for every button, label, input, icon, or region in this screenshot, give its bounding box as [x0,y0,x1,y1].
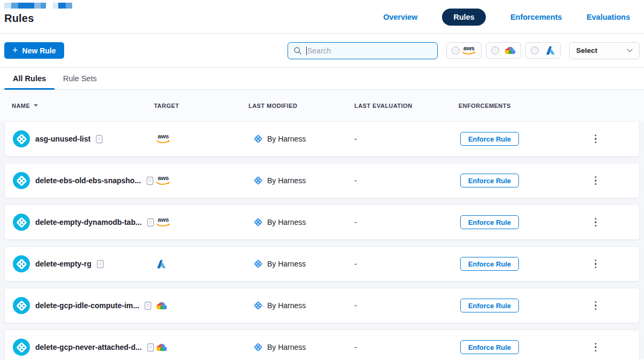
select-value: Select [576,46,598,54]
last-evaluation-text: - [354,218,357,226]
rule-name: asg-unused-list [35,135,90,143]
kebab-menu-icon[interactable] [592,216,600,229]
provider-filter-aws[interactable]: aws [446,42,482,59]
provider-filter-azure[interactable] [525,42,561,59]
nav-tab-enforcements[interactable]: Enforcements [510,13,562,21]
search-icon [293,46,302,55]
column-header-last-evaluation: LAST EVALUATION [354,103,459,109]
new-rule-button[interactable]: + New Rule [4,42,64,59]
search-input[interactable]: Search [288,42,438,59]
harness-icon [254,260,263,269]
table-row[interactable]: delete-ebs-old-ebs-snapsho... aws By Har… [4,163,640,198]
kebab-menu-icon[interactable] [592,132,600,145]
rule-name: delete-gcp-never-attached-d... [35,343,142,351]
page-header: Rules Overview Rules Enforcements Evalua… [0,0,644,34]
gcp-radio[interactable] [491,46,499,54]
rules-tabs: All Rules Rule Sets [0,68,644,90]
rule-icon [13,297,30,314]
column-header-enforcements: ENFORCEMENTS [459,103,583,109]
harness-icon [254,176,263,185]
table-row[interactable]: delete-gcp-never-attached-d... By Harnes… [4,330,640,359]
top-nav: Overview Rules Enforcements Evaluations [383,0,630,33]
rule-icon [13,130,30,147]
rule-icon [13,255,30,272]
last-evaluation-text: - [354,301,357,310]
select-dropdown[interactable]: Select [569,42,640,59]
aws-radio[interactable] [452,46,460,54]
kebab-menu-icon[interactable] [592,341,600,354]
chevron-down-icon [627,49,633,52]
enforce-rule-button[interactable]: Enforce Rule [460,340,519,354]
gcp-icon [505,46,516,55]
search-placeholder: Search [307,46,331,55]
copy-icon[interactable] [144,301,152,310]
plus-icon: + [12,45,18,55]
tab-rule-sets[interactable]: Rule Sets [55,69,105,89]
tab-all-rules[interactable]: All Rules [4,69,55,89]
last-modified-text: By Harness [267,176,306,185]
rule-name: delete-ebs-old-ebs-snapsho... [35,176,141,185]
target-provider-icon [156,301,167,310]
azure-icon [545,46,555,55]
rule-icon [13,172,30,189]
rules-table-body: asg-unused-list aws By Harness - Enforce… [0,121,644,359]
enforce-rule-button[interactable]: Enforce Rule [460,299,519,312]
page-title: Rules [4,12,72,25]
last-modified-text: By Harness [267,301,306,310]
column-header-target: TARGET [154,103,249,109]
enforce-rule-button[interactable]: Enforce Rule [460,257,519,271]
rule-icon [13,214,30,231]
copy-icon[interactable] [96,135,103,144]
aws-icon: aws [462,45,476,56]
provider-filter-gcp[interactable] [486,42,521,59]
enforce-rule-button[interactable]: Enforce Rule [460,174,519,187]
breadcrumb [4,3,72,9]
last-modified-text: By Harness [267,343,306,351]
last-evaluation-text: - [354,343,357,351]
target-provider-icon: aws [156,134,170,144]
target-provider-icon: aws [156,217,170,228]
table-row[interactable]: delete-empty-dynamodb-tab... aws By Harn… [4,205,640,240]
nav-tab-rules[interactable]: Rules [442,9,486,26]
last-evaluation-text: - [354,135,357,143]
kebab-menu-icon[interactable] [592,257,600,270]
table-row[interactable]: delete-empty-rg By Harness - Enforce Rul… [4,246,640,281]
azure-radio[interactable] [531,46,539,54]
table-row[interactable]: delete-gcp-idle-compute-im... By Harness… [4,288,640,323]
rule-name: delete-gcp-idle-compute-im... [35,301,139,310]
enforce-rule-button[interactable]: Enforce Rule [460,132,519,146]
last-modified-text: By Harness [267,135,306,143]
table-header: NAME TARGET LAST MODIFIED LAST EVALUATIO… [0,90,644,121]
copy-icon[interactable] [97,260,104,269]
copy-icon[interactable] [146,176,154,185]
harness-icon [254,135,263,144]
target-provider-icon: aws [156,175,170,186]
last-modified-text: By Harness [267,218,306,226]
last-evaluation-text: - [354,176,357,185]
table-row[interactable]: asg-unused-list aws By Harness - Enforce… [4,121,640,156]
harness-icon [254,301,263,310]
enforce-rule-button[interactable]: Enforce Rule [460,215,519,229]
toolbar: + New Rule Search aws Select [0,34,644,68]
kebab-menu-icon[interactable] [592,299,600,312]
column-header-name[interactable]: NAME [12,103,154,109]
nav-tab-evaluations[interactable]: Evaluations [587,13,630,21]
target-provider-icon [156,343,167,352]
harness-icon [254,218,263,227]
new-rule-label: New Rule [22,46,56,55]
rule-icon [13,339,30,356]
sort-caret-icon [34,104,38,107]
rule-name: delete-empty-rg [35,260,91,268]
column-header-last-modified: LAST MODIFIED [249,103,354,109]
kebab-menu-icon[interactable] [592,174,600,187]
last-evaluation-text: - [354,260,357,268]
last-modified-text: By Harness [267,260,306,268]
rule-name: delete-empty-dynamodb-tab... [35,218,142,226]
harness-icon [254,343,263,352]
text-cursor [306,46,307,55]
nav-tab-overview[interactable]: Overview [383,13,418,21]
target-provider-icon [156,260,166,269]
